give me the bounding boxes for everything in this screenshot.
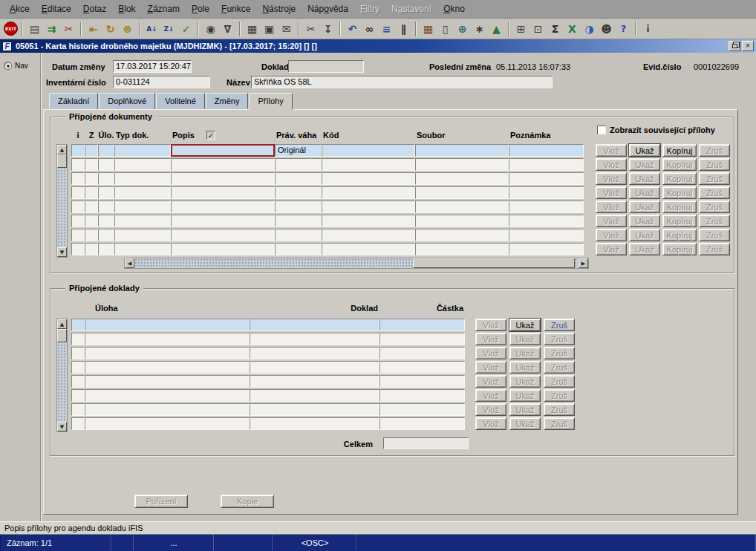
dokumenty-r8-kopiruj-button[interactable]: Kopíruj bbox=[662, 243, 697, 255]
dokumenty-cell-i-r1[interactable] bbox=[71, 144, 85, 157]
dokumenty-cell-vaha-r1[interactable]: Originál bbox=[275, 144, 322, 157]
doklady-cell-doklad-r3[interactable] bbox=[250, 347, 379, 359]
doklady-r7-ukaz-button[interactable]: Ukaž bbox=[509, 403, 541, 416]
info-icon[interactable]: i bbox=[640, 21, 656, 36]
dokumenty-cell-popis-r6[interactable] bbox=[171, 215, 275, 227]
dokumenty-cell-poznamka-r1[interactable] bbox=[509, 144, 584, 157]
dokumenty-cell-typ-r4[interactable] bbox=[114, 186, 171, 199]
scroll-track[interactable] bbox=[57, 154, 67, 247]
dokumenty-cell-i-r5[interactable] bbox=[71, 200, 85, 213]
dokumenty-r1-kopiruj-button[interactable]: Kopíruj bbox=[662, 144, 697, 157]
dokumenty-cell-typ-r2[interactable] bbox=[114, 158, 171, 171]
doklady-cell-castka-r5[interactable] bbox=[379, 375, 465, 388]
dokumenty-cell-soubor-r1[interactable] bbox=[415, 144, 509, 157]
dokumenty-cell-i-r7[interactable] bbox=[71, 229, 85, 241]
menu-dotaz[interactable]: Dotaz bbox=[77, 1, 112, 17]
doklady-r1-zrus-button[interactable]: Zruš bbox=[544, 319, 575, 331]
menu-editace[interactable]: Editace bbox=[36, 1, 77, 17]
cut-record-icon[interactable]: ✂ bbox=[61, 21, 76, 36]
inventarni-cislo-field[interactable]: 0-031124 bbox=[113, 76, 210, 88]
user-icon[interactable]: ☻ bbox=[599, 21, 614, 36]
popis-filter-checkbox[interactable]: ✓ bbox=[206, 131, 215, 140]
doklady-r2-vloz-button[interactable]: Vlož bbox=[475, 333, 506, 345]
doklady-cell-sel-r4[interactable] bbox=[71, 361, 85, 374]
doklady-r3-ukaz-button[interactable]: Ukaž bbox=[509, 347, 541, 359]
doklady-vscrollbar[interactable]: ▲ ▼ bbox=[56, 319, 68, 432]
dokumenty-cell-popis-r2[interactable] bbox=[171, 158, 275, 171]
dokumenty-cell-soubor-r3[interactable] bbox=[415, 172, 509, 185]
doklady-r4-vloz-button[interactable]: Vlož bbox=[475, 361, 506, 374]
doklady-cell-uloha-r8[interactable] bbox=[85, 417, 250, 430]
dokumenty-r5-kopiruj-button[interactable]: Kopíruj bbox=[662, 200, 697, 213]
doklady-r7-vloz-button[interactable]: Vlož bbox=[475, 403, 506, 416]
dokumenty-cell-z-r4[interactable] bbox=[85, 186, 98, 199]
dokumenty-r2-kopiruj-button[interactable]: Kopíruj bbox=[662, 158, 697, 171]
dokumenty-r6-zrus-button[interactable]: Zruš bbox=[699, 215, 730, 227]
commit-icon[interactable]: ✓ bbox=[178, 21, 194, 36]
dokumenty-vscrollbar[interactable]: ▲ ▼ bbox=[56, 144, 68, 258]
print-preview-icon[interactable]: ▣ bbox=[261, 21, 277, 36]
dokumenty-cell-z-r7[interactable] bbox=[85, 229, 98, 241]
scroll-right-icon[interactable]: ▶ bbox=[579, 258, 588, 268]
doklady-cell-doklad-r7[interactable] bbox=[250, 403, 379, 416]
print-record-icon[interactable]: ▤ bbox=[27, 21, 42, 36]
window-list-icon[interactable]: ⊞ bbox=[513, 21, 529, 36]
scroll-thumb[interactable] bbox=[57, 154, 67, 168]
cut-icon[interactable]: ✂ bbox=[303, 21, 319, 36]
dokumenty-r5-zrus-button[interactable]: Zruš bbox=[699, 200, 730, 213]
window-icon[interactable]: ⊡ bbox=[530, 21, 546, 36]
doklady-cell-uloha-r4[interactable] bbox=[85, 361, 250, 374]
dokumenty-cell-popis-r8[interactable] bbox=[171, 243, 275, 255]
doklady-r6-vloz-button[interactable]: Vlož bbox=[475, 389, 506, 402]
scroll-thumb[interactable] bbox=[413, 258, 575, 268]
dokumenty-cell-ulo-r8[interactable] bbox=[98, 243, 114, 255]
dokumenty-cell-kod-r1[interactable] bbox=[322, 144, 415, 157]
doklady-cell-doklad-r4[interactable] bbox=[250, 361, 379, 374]
dokumenty-r1-vloz-button[interactable]: Vlož bbox=[596, 144, 627, 157]
dokumenty-cell-typ-r3[interactable] bbox=[114, 172, 171, 185]
doklady-r4-ukaz-button[interactable]: Ukaž bbox=[509, 361, 541, 374]
scroll-thumb[interactable] bbox=[57, 329, 67, 342]
menu-okno[interactable]: Okno bbox=[437, 1, 471, 17]
doklady-cell-sel-r7[interactable] bbox=[71, 403, 85, 416]
dokumenty-cell-ulo-r6[interactable] bbox=[98, 215, 114, 227]
list-icon[interactable]: ≡ bbox=[379, 21, 394, 36]
menu-zaznam[interactable]: Záznam bbox=[142, 1, 186, 17]
dokumenty-cell-z-r2[interactable] bbox=[85, 158, 98, 171]
doklady-r6-ukaz-button[interactable]: Ukaž bbox=[509, 389, 541, 402]
doklady-cell-castka-r7[interactable] bbox=[379, 403, 465, 416]
dokumenty-r2-ukaz-button[interactable]: Ukaž bbox=[629, 158, 660, 171]
doklady-r4-zrus-button[interactable]: Zruš bbox=[544, 361, 575, 374]
dokumenty-r4-kopiruj-button[interactable]: Kopíruj bbox=[662, 186, 697, 199]
doklady-r1-vloz-button[interactable]: Vlož bbox=[475, 319, 506, 331]
dokumenty-cell-kod-r5[interactable] bbox=[322, 200, 415, 213]
dokumenty-cell-poznamka-r7[interactable] bbox=[509, 229, 584, 241]
datum-zmeny-field[interactable]: 17.03.2017 15:20:47 bbox=[113, 60, 192, 73]
dokumenty-r6-vloz-button[interactable]: Vlož bbox=[596, 215, 627, 227]
dokumenty-r3-kopiruj-button[interactable]: Kopíruj bbox=[662, 172, 697, 185]
dokumenty-cell-soubor-r5[interactable] bbox=[415, 200, 509, 213]
dokumenty-cell-kod-r3[interactable] bbox=[322, 172, 415, 185]
doklady-cell-uloha-r2[interactable] bbox=[85, 333, 250, 345]
dokumenty-cell-popis-r5[interactable] bbox=[171, 200, 275, 213]
help-icon[interactable]: ? bbox=[616, 21, 631, 36]
dokumenty-cell-poznamka-r4[interactable] bbox=[509, 186, 584, 199]
editor-icon[interactable]: ▯ bbox=[437, 21, 453, 36]
dokumenty-cell-i-r2[interactable] bbox=[71, 158, 85, 171]
doklady-r2-zrus-button[interactable]: Zruš bbox=[544, 333, 575, 345]
doklady-r8-ukaz-button[interactable]: Ukaž bbox=[509, 417, 541, 430]
dokumenty-cell-z-r1[interactable] bbox=[85, 144, 98, 157]
zobrazit-prilohy-checkbox[interactable] bbox=[597, 125, 606, 134]
dokumenty-cell-poznamka-r2[interactable] bbox=[509, 158, 584, 171]
dokumenty-cell-popis-r3[interactable] bbox=[171, 172, 275, 185]
doklady-cell-uloha-r3[interactable] bbox=[85, 347, 250, 359]
nav-toggle[interactable]: Nav bbox=[4, 62, 28, 70]
dokumenty-cell-vaha-r4[interactable] bbox=[275, 186, 322, 199]
doklady-r6-zrus-button[interactable]: Zruš bbox=[544, 389, 575, 402]
dokumenty-cell-z-r5[interactable] bbox=[85, 200, 98, 213]
dokumenty-cell-soubor-r8[interactable] bbox=[415, 243, 509, 255]
excel-icon[interactable]: X bbox=[564, 21, 580, 36]
detail-icon[interactable]: ∥ bbox=[396, 21, 411, 36]
dokumenty-cell-kod-r4[interactable] bbox=[322, 186, 415, 199]
menu-funkce[interactable]: Funkce bbox=[215, 1, 256, 17]
